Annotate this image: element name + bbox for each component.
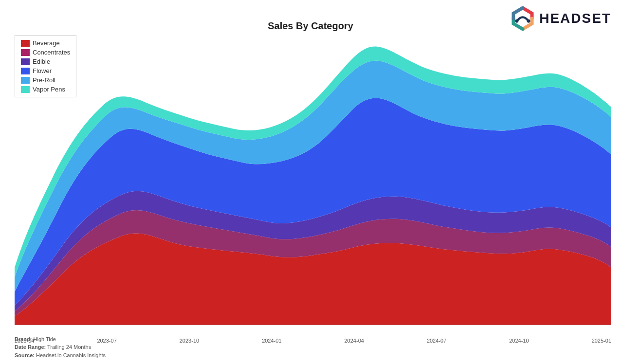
footer-source-value: Headset.io Cannabis Insights [36,352,106,358]
logo-text: HEADSET [539,11,611,26]
x-label-3: 2024-01 [262,338,281,344]
chart-svg [15,34,611,325]
x-label-2: 2023-10 [180,338,199,344]
footer-source: Source: Headset.io Cannabis Insights [15,351,106,360]
headset-logo-icon [510,6,535,31]
headset-logo: HEADSET [510,6,611,31]
chart-container: HEADSET Sales By Category Beverage Conce… [0,0,621,364]
x-label-7: 2025-01 [592,338,611,344]
footer-date-range-value: Trailing 24 Months [47,344,91,350]
footer-brand-value: High Tide [34,336,56,342]
footer-brand: Brand: High Tide [15,335,106,344]
chart-area [15,34,611,325]
x-label-5: 2024-07 [427,338,446,344]
x-label-6: 2024-10 [509,338,529,344]
footer-date-range: Date Range: Trailing 24 Months [15,343,106,351]
svg-point-2 [527,19,530,23]
chart-title: Sales By Category [268,20,353,32]
svg-point-1 [515,19,519,23]
footer-date-range-label: Date Range: [15,344,46,350]
footer-source-label: Source: [15,352,35,358]
footer-info: Brand: High Tide Date Range: Trailing 24… [15,335,106,360]
footer-brand-label: Brand: [15,336,32,342]
x-label-4: 2024-04 [345,338,364,344]
